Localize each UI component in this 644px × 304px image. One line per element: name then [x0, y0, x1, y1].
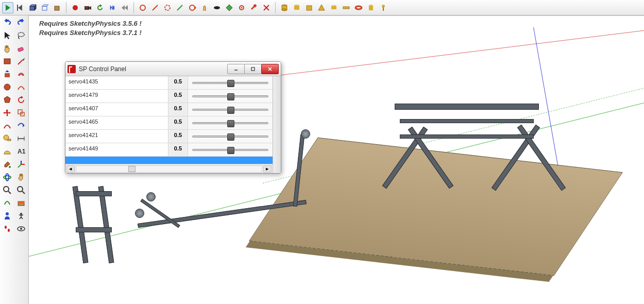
eraser-icon[interactable] — [15, 42, 27, 55]
axes-icon[interactable] — [15, 158, 27, 171]
section-icon[interactable] — [15, 197, 27, 209]
cube-blue-icon[interactable] — [27, 2, 38, 13]
joint-pointer-icon[interactable] — [199, 2, 210, 13]
servo-slider[interactable] — [188, 130, 273, 143]
servo-value[interactable]: 0.5 — [168, 76, 188, 89]
sp-control-panel[interactable]: SP Control Panel servo41435 0.5 servo414… — [65, 61, 281, 174]
pushpull-icon[interactable] — [1, 68, 13, 80]
servo-slider[interactable] — [188, 76, 273, 89]
servo-name[interactable]: servo41407 — [65, 103, 168, 116]
circle-icon[interactable] — [1, 81, 13, 93]
rotate-icon[interactable] — [15, 94, 27, 106]
servo-value[interactable]: 0.5 — [168, 103, 188, 116]
servo-name[interactable]: servo41479 — [65, 90, 168, 103]
person-icon[interactable] — [1, 210, 13, 222]
shape-box-icon[interactable] — [303, 2, 315, 13]
shape-pin-icon[interactable] — [378, 2, 389, 13]
zoom-extents-icon[interactable] — [1, 184, 13, 196]
tape-icon[interactable] — [1, 132, 13, 145]
servo-name[interactable]: servo41421 — [65, 130, 168, 143]
servo-value[interactable]: 0.5 — [168, 90, 188, 103]
shape-cylinder2-icon[interactable] — [291, 2, 302, 13]
servo-slider[interactable] — [188, 90, 273, 103]
svg-rect-6 — [42, 6, 47, 10]
svg-point-51 — [9, 166, 11, 168]
shape-slab-icon[interactable] — [341, 2, 352, 13]
servo-value[interactable]: 0.5 — [168, 130, 188, 143]
move-icon[interactable] — [1, 107, 13, 119]
joint-line2-icon[interactable] — [174, 2, 185, 13]
zoom-icon[interactable] — [15, 184, 27, 196]
joint-wrench-icon[interactable] — [248, 2, 260, 13]
joint-circle-icon[interactable] — [137, 2, 148, 13]
rewind-button[interactable] — [14, 2, 26, 13]
lasso-icon[interactable] — [15, 29, 27, 42]
joint-refresh-icon[interactable] — [187, 2, 198, 13]
arc-red-icon[interactable] — [1, 120, 13, 132]
vertical-scrollbar[interactable] — [273, 76, 281, 173]
protractor-icon[interactable] — [1, 145, 13, 158]
svg-marker-23 — [226, 5, 232, 11]
offset-icon[interactable] — [15, 68, 27, 80]
joint-diamond-icon[interactable] — [224, 2, 235, 13]
scale-icon[interactable] — [15, 107, 27, 119]
cube-wire-icon[interactable] — [39, 2, 50, 13]
svg-text:A1: A1 — [18, 148, 26, 155]
joint-line-icon[interactable] — [149, 2, 161, 13]
undo-icon[interactable] — [1, 16, 13, 29]
shape-cylinder4-icon[interactable] — [365, 2, 377, 13]
paint-icon[interactable] — [1, 158, 13, 171]
servo-name[interactable]: servo41465 — [65, 116, 168, 129]
close-button[interactable] — [261, 64, 279, 74]
servo-name[interactable]: servo41435 — [65, 76, 168, 89]
soften-icon[interactable] — [1, 197, 13, 209]
scroll-right-icon[interactable]: ▸ — [263, 165, 272, 173]
eye-icon[interactable] — [15, 223, 27, 235]
keyframe-prev-icon[interactable]: K — [107, 2, 118, 13]
select-icon[interactable] — [1, 29, 13, 42]
3d-viewport[interactable]: Requires SketchyPhysics 3.5.6 ! Requires… — [29, 15, 644, 304]
dimension-icon[interactable] — [15, 132, 27, 145]
redo-icon[interactable] — [15, 16, 27, 29]
record-icon[interactable] — [70, 2, 81, 13]
scroll-left-icon[interactable]: ◂ — [66, 165, 75, 173]
servo-value[interactable]: 0.5 — [168, 116, 188, 129]
shape-cone-icon[interactable] — [316, 2, 327, 13]
followme-icon[interactable] — [15, 120, 27, 132]
text-icon[interactable]: A1 — [15, 145, 27, 158]
camera-icon[interactable] — [82, 2, 93, 13]
shape-cylinder-icon[interactable] — [279, 2, 290, 13]
polygon-icon[interactable] — [1, 94, 13, 106]
servo-name[interactable]: servo41449 — [65, 143, 168, 156]
pan-icon[interactable] — [15, 171, 27, 183]
look-icon[interactable] — [15, 210, 27, 222]
joint-gear-icon[interactable] — [236, 2, 247, 13]
play-button[interactable] — [2, 2, 13, 13]
joint-ring-icon[interactable] — [162, 2, 173, 13]
servo-slider[interactable] — [188, 143, 273, 156]
joint-ellipse-icon[interactable] — [211, 2, 223, 13]
shape-cylinder3-icon[interactable] — [328, 2, 340, 13]
footprints-icon[interactable] — [1, 223, 13, 235]
servo-slider[interactable] — [188, 116, 273, 129]
shape-torus-icon[interactable] — [353, 2, 364, 13]
maximize-button[interactable] — [244, 64, 262, 74]
svg-point-12 — [86, 7, 88, 9]
hand-icon[interactable] — [1, 42, 13, 55]
refresh-green-icon[interactable] — [94, 2, 106, 13]
servo-row: servo41449 0.5 — [65, 143, 273, 157]
rectangle-icon[interactable] — [1, 55, 13, 67]
sp-panel-title: SP Control Panel — [79, 65, 225, 73]
joint-cross-icon[interactable] — [261, 2, 272, 13]
orbit-icon[interactable] — [1, 171, 13, 183]
svg-rect-42 — [383, 7, 384, 11]
sp-panel-titlebar[interactable]: SP Control Panel — [65, 62, 281, 76]
servo-value[interactable]: 0.5 — [168, 143, 188, 156]
minimize-button[interactable] — [227, 64, 245, 74]
servo-slider[interactable] — [188, 103, 273, 116]
rewind2-icon[interactable] — [119, 2, 130, 13]
line-icon[interactable] — [15, 55, 27, 67]
arc-icon[interactable] — [15, 81, 27, 93]
box-brown-icon[interactable] — [52, 2, 63, 13]
horizontal-scrollbar[interactable]: ◂ ▸ — [65, 164, 273, 173]
